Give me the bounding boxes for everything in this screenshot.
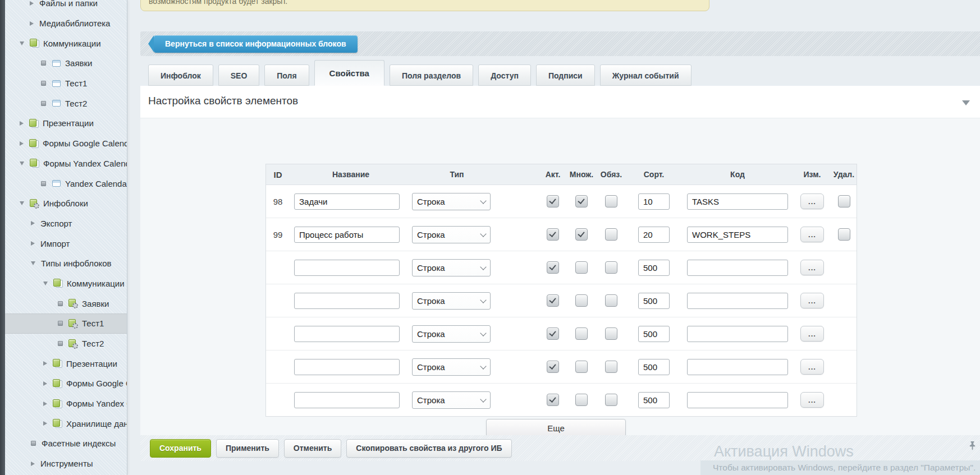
sort-input[interactable] bbox=[638, 227, 670, 243]
sidebar-item[interactable]: Файлы и папки bbox=[5, 0, 127, 13]
property-name-input[interactable] bbox=[294, 359, 400, 375]
expand-arrow-icon[interactable] bbox=[43, 381, 47, 386]
multiple-checkbox[interactable] bbox=[575, 294, 588, 307]
sidebar-item[interactable]: Медиабиблиотека bbox=[5, 13, 127, 34]
multiple-checkbox[interactable] bbox=[575, 394, 588, 406]
collapse-arrow-icon[interactable] bbox=[20, 41, 24, 45]
tab-signatures[interactable]: Подписи bbox=[536, 64, 595, 86]
edit-settings-button[interactable]: ... bbox=[800, 293, 824, 308]
back-to-list-button[interactable]: Вернуться в список информационных блоков bbox=[154, 35, 358, 53]
expand-arrow-icon[interactable] bbox=[20, 121, 24, 126]
property-type-select[interactable]: Строка bbox=[412, 193, 491, 210]
delete-checkbox[interactable] bbox=[838, 228, 850, 241]
apply-button[interactable]: Применить bbox=[216, 439, 279, 458]
pin-icon[interactable] bbox=[968, 441, 977, 450]
property-type-select[interactable]: Строка bbox=[412, 292, 491, 310]
required-checkbox[interactable] bbox=[605, 328, 617, 340]
edit-settings-button[interactable]: ... bbox=[800, 326, 824, 342]
active-checkbox[interactable] bbox=[547, 195, 559, 207]
expand-arrow-icon[interactable] bbox=[30, 1, 34, 6]
tab-access[interactable]: Доступ bbox=[478, 64, 531, 86]
sidebar-item[interactable]: Yandex Calendar Заявки bbox=[5, 173, 127, 193]
sidebar-item[interactable]: Хранилище данных bbox=[5, 413, 127, 434]
edit-settings-button[interactable]: ... bbox=[800, 392, 824, 408]
sort-input[interactable] bbox=[638, 260, 670, 276]
edit-settings-button[interactable]: ... bbox=[800, 260, 824, 275]
sidebar-item[interactable]: Тест2 bbox=[5, 93, 127, 113]
required-checkbox[interactable] bbox=[605, 361, 617, 373]
delete-checkbox[interactable] bbox=[838, 195, 850, 207]
code-input[interactable] bbox=[687, 359, 788, 375]
sidebar-item[interactable]: Фасетные индексы bbox=[5, 434, 127, 454]
active-checkbox[interactable] bbox=[547, 394, 559, 406]
required-checkbox[interactable] bbox=[605, 195, 617, 207]
property-name-input[interactable] bbox=[294, 227, 400, 243]
active-checkbox[interactable] bbox=[547, 294, 559, 307]
tab-event-log[interactable]: Журнал событий bbox=[600, 64, 692, 86]
tab-infoblock[interactable]: Инфоблок bbox=[148, 64, 213, 86]
sort-input[interactable] bbox=[638, 392, 670, 408]
collapse-arrow-icon[interactable] bbox=[20, 201, 24, 205]
edit-settings-button[interactable]: ... bbox=[800, 359, 824, 375]
tab-section-fields[interactable]: Поля разделов bbox=[390, 64, 473, 86]
sidebar-item[interactable]: Формы Yandex Calendar bbox=[5, 394, 127, 414]
sidebar-item[interactable]: Тест1 bbox=[5, 313, 127, 334]
active-checkbox[interactable] bbox=[547, 228, 559, 241]
sidebar-item[interactable]: Презентации bbox=[5, 353, 127, 373]
multiple-checkbox[interactable] bbox=[575, 261, 588, 274]
property-name-input[interactable] bbox=[294, 293, 400, 309]
property-type-select[interactable]: Строка bbox=[412, 358, 491, 376]
expand-arrow-icon[interactable] bbox=[43, 421, 47, 426]
sort-input[interactable] bbox=[638, 293, 670, 309]
tab-seo[interactable]: SEO bbox=[218, 64, 260, 86]
required-checkbox[interactable] bbox=[605, 228, 617, 241]
sidebar-item[interactable]: Коммуникации bbox=[5, 274, 127, 294]
cancel-button[interactable]: Отменить bbox=[284, 439, 341, 458]
expand-arrow-icon[interactable] bbox=[43, 361, 47, 366]
required-checkbox[interactable] bbox=[605, 261, 617, 274]
sort-input[interactable] bbox=[638, 326, 670, 342]
sidebar-item[interactable]: Типы инфоблоков bbox=[5, 253, 127, 274]
collapse-section-icon[interactable] bbox=[962, 100, 970, 105]
multiple-checkbox[interactable] bbox=[575, 228, 588, 241]
expand-arrow-icon[interactable] bbox=[20, 141, 24, 146]
sidebar-item[interactable]: Заявки bbox=[5, 53, 127, 73]
collapse-arrow-icon[interactable] bbox=[31, 261, 35, 265]
required-checkbox[interactable] bbox=[605, 294, 617, 307]
sort-input[interactable] bbox=[638, 193, 670, 210]
property-name-input[interactable] bbox=[294, 392, 400, 408]
edit-settings-button[interactable]: ... bbox=[800, 193, 824, 209]
code-input[interactable] bbox=[687, 392, 788, 408]
property-type-select[interactable]: Строка bbox=[412, 391, 491, 409]
sidebar-item[interactable]: Презентации bbox=[5, 113, 127, 133]
active-checkbox[interactable] bbox=[547, 261, 559, 274]
expand-arrow-icon[interactable] bbox=[31, 221, 35, 225]
active-checkbox[interactable] bbox=[547, 361, 559, 373]
save-button[interactable]: Сохранить bbox=[150, 439, 211, 458]
tab-fields[interactable]: Поля bbox=[264, 64, 309, 86]
expand-arrow-icon[interactable] bbox=[43, 402, 47, 406]
multiple-checkbox[interactable] bbox=[575, 361, 588, 373]
sidebar-item[interactable]: Формы Google Calendar bbox=[5, 133, 127, 154]
expand-arrow-icon[interactable] bbox=[31, 241, 35, 246]
sidebar-item[interactable]: Тест1 bbox=[5, 73, 127, 94]
collapse-arrow-icon[interactable] bbox=[43, 282, 48, 285]
sidebar-item[interactable]: Экспорт bbox=[5, 214, 127, 234]
code-input[interactable] bbox=[687, 326, 788, 342]
sidebar-item[interactable]: Коммуникации bbox=[5, 33, 127, 53]
active-checkbox[interactable] bbox=[547, 328, 559, 340]
expand-arrow-icon[interactable] bbox=[31, 462, 35, 466]
property-name-input[interactable] bbox=[294, 193, 400, 210]
property-name-input[interactable] bbox=[294, 326, 400, 342]
code-input[interactable] bbox=[687, 260, 788, 276]
multiple-checkbox[interactable] bbox=[575, 195, 588, 207]
expand-arrow-icon[interactable] bbox=[30, 21, 34, 26]
copy-properties-button[interactable]: Скопировать свойства из другого ИБ bbox=[346, 439, 511, 458]
property-name-input[interactable] bbox=[294, 260, 400, 276]
code-input[interactable] bbox=[687, 227, 788, 243]
sort-input[interactable] bbox=[638, 359, 670, 375]
sidebar-item[interactable]: Инфоблоки bbox=[5, 193, 127, 214]
code-input[interactable] bbox=[687, 193, 788, 210]
multiple-checkbox[interactable] bbox=[575, 328, 588, 340]
collapse-arrow-icon[interactable] bbox=[20, 162, 24, 165]
